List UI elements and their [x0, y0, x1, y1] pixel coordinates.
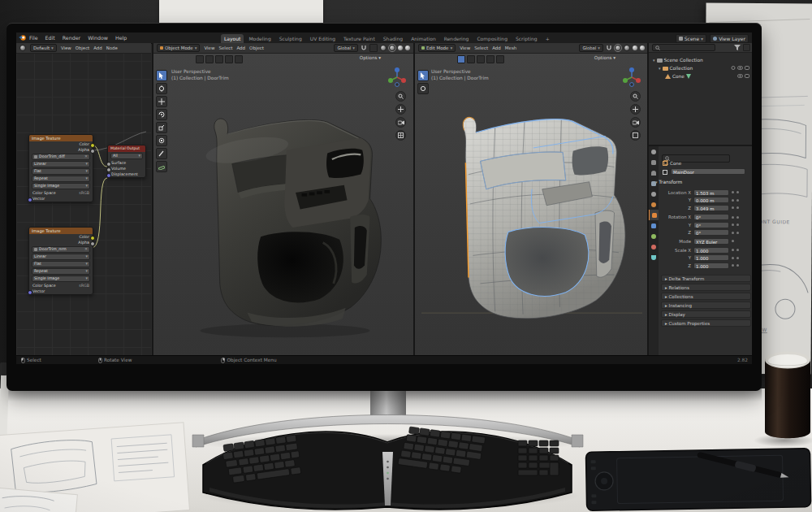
- photo-vignette: [0, 0, 812, 512]
- photo-scene: FRONT GUIDE SIDE VIEW: [0, 0, 812, 512]
